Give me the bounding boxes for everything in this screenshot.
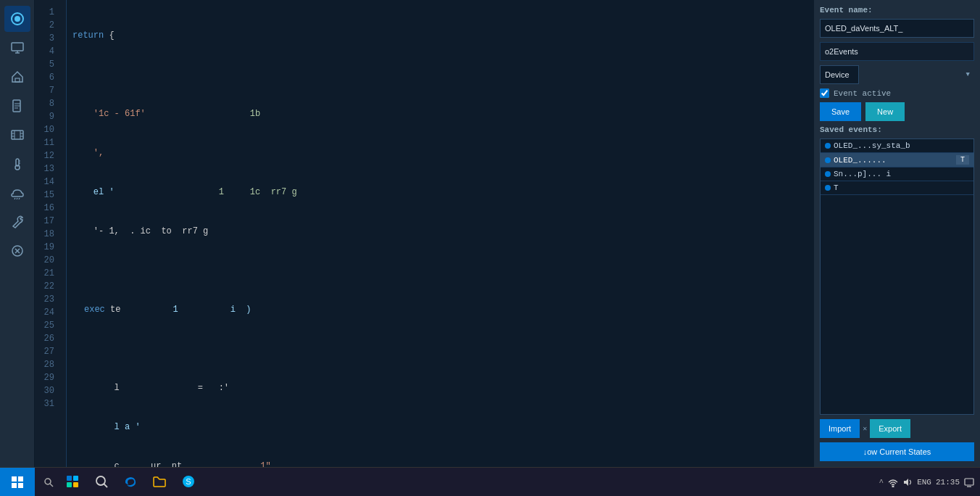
saved-event-label-4: T [834,183,839,192]
taskbar-app-edge[interactable] [117,469,144,495]
saved-events-list[interactable]: OLED_...sy_sta_b OLED_...... T Sn...p]..… [820,139,974,415]
code-line-7 [72,264,807,277]
device-row: Device Scene Variable [820,65,974,84]
save-new-buttons: Save New [820,102,974,121]
event-dot-4 [825,185,831,191]
separator: ✕ [863,424,867,433]
taskbar-app-search[interactable] [88,469,115,495]
svg-line-38 [104,484,107,487]
saved-event-label-2: OLED_...... [834,156,886,165]
code-content[interactable]: return { '1c - 61f' 1b ', el ' 1 1c rr7 … [67,0,813,467]
editor-content: 1234567891011121314151617181920212223242… [35,0,813,467]
svg-rect-27 [12,476,17,481]
taskbar-tray: ^ ENG 21:35 [879,477,980,487]
event-dot-1 [825,143,831,149]
code-line-4: ', [72,146,807,160]
new-button[interactable]: New [865,102,905,121]
svg-rect-10 [12,131,23,139]
svg-rect-30 [18,483,23,488]
svg-rect-35 [67,482,72,487]
svg-rect-2 [12,43,23,51]
code-line-6: '- 1, . ic to rr7 g [72,225,807,238]
code-line-9 [72,342,807,355]
taskbar-app-skype[interactable]: S [175,469,202,495]
saved-event-label-3: Sn...p]... i [834,170,891,178]
import-button[interactable]: Import [820,419,860,438]
line-numbers: 1234567891011121314151617181920212223242… [35,0,67,467]
code-line-5: el ' 1 1c rr7 g [72,186,807,199]
svg-line-23 [19,198,20,199]
sidebar-icon-logo[interactable] [4,6,30,32]
code-line-11: l a ' [72,421,807,434]
event-name-label: Event name: [820,6,974,15]
saved-event-item-2[interactable]: OLED_...... T [821,153,973,168]
network-icon [888,477,898,487]
sidebar-icon-temperature[interactable] [4,151,30,177]
svg-line-21 [14,198,15,199]
export-label: Export [879,424,902,433]
import-export-buttons: Import ✕ Export [820,419,974,438]
code-line-8: exec te 1 i ) [72,303,807,316]
code-line-1: return { [72,29,807,42]
code-line-3: '1c - 61f' 1b [72,107,807,120]
right-panel: Event name: Device Scene Variable Event … [813,0,980,467]
language-indicator[interactable]: ENG [917,478,931,487]
svg-rect-29 [12,483,17,488]
taskbar-apps: S [59,469,202,495]
saved-event-item-1[interactable]: OLED_...sy_sta_b [821,139,973,153]
taskbar-app-1[interactable] [59,469,86,495]
sidebar-icon-film[interactable] [4,122,30,148]
editor-area[interactable]: 1234567891011121314151617181920212223242… [35,0,813,467]
svg-rect-33 [67,476,72,481]
event-active-checkbox[interactable] [820,88,829,98]
svg-rect-28 [18,476,23,481]
sidebar-icon-tools[interactable] [4,209,30,235]
sidebar-icon-file[interactable] [4,93,30,119]
svg-point-1 [14,16,20,22]
sidebar [0,0,35,467]
sidebar-icon-home[interactable] [4,64,30,90]
clock[interactable]: 21:35 [936,478,960,487]
event-name-input[interactable] [820,19,974,38]
svg-line-32 [50,484,53,487]
event-dot-3 [825,171,831,177]
taskbar-search [38,477,54,487]
svg-point-41 [892,486,894,487]
sidebar-icon-wrench[interactable] [4,238,30,264]
svg-rect-36 [73,482,78,487]
import-label: Import [829,424,851,433]
device-select[interactable]: Device Scene Variable [820,65,859,84]
svg-line-22 [17,198,17,199]
save-button[interactable]: Save [820,102,861,121]
svg-point-31 [45,479,51,484]
sidebar-icon-monitor[interactable] [4,35,30,61]
saved-event-label-1: OLED_...sy_sta_b [834,141,910,150]
code-line-10: l = :' [72,381,807,394]
main-container: 1234567891011121314151617181920212223242… [0,0,980,467]
notification-icon[interactable] [964,477,974,487]
svg-text:S: S [186,477,191,486]
sidebar-icon-rain[interactable] [4,180,30,206]
tray-caret[interactable]: ^ [879,478,884,487]
secondary-input[interactable] [820,42,974,61]
code-line-2 [72,68,807,81]
saved-event-item-4[interactable]: T [821,181,973,195]
export-button[interactable]: Export [870,419,910,438]
event-dot-2 [825,157,831,163]
start-button[interactable] [0,468,35,497]
taskbar: S ^ ENG 21:35 [0,467,980,496]
svg-rect-34 [73,476,78,481]
current-states-button[interactable]: ↓ow Current States [820,442,974,461]
code-line-12: c ur nt 1" [72,460,807,467]
volume-icon [902,477,913,487]
current-states-label: ↓ow Current States [863,447,931,456]
svg-rect-42 [965,479,973,485]
event-active-row: Event active [820,88,974,98]
saved-events-label: Saved events: [820,125,974,134]
event-active-label: Event active [834,89,891,98]
saved-event-item-3[interactable]: Sn...p]... i [821,168,973,181]
taskbar-app-files[interactable] [146,469,173,495]
device-select-wrapper: Device Scene Variable [820,65,974,84]
